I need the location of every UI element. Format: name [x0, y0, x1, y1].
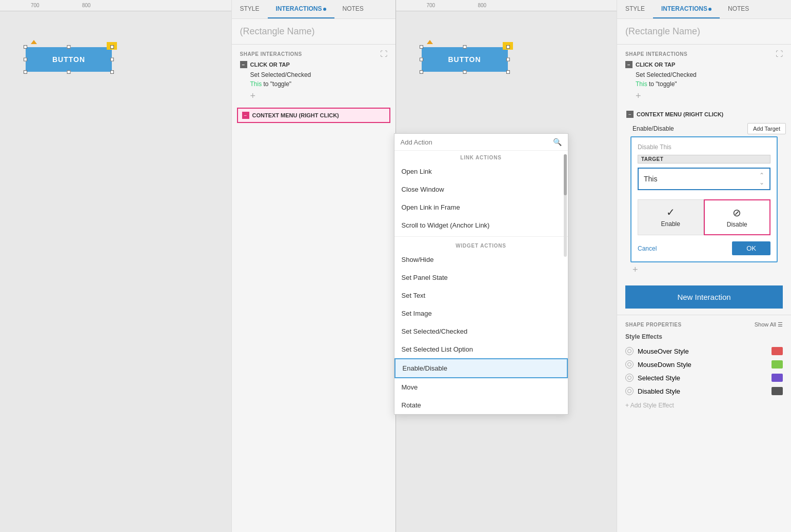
selected-label: Selected Style [638, 374, 680, 382]
button-label-left[interactable]: BUTTON [26, 47, 112, 72]
button-widget-left[interactable]: ⚡ BUTTON [26, 47, 112, 72]
collapse-context-left[interactable]: − [242, 112, 249, 119]
handle-tm-right[interactable] [463, 45, 466, 49]
search-input[interactable] [401, 138, 553, 146]
tab-interactions-right[interactable]: INTERACTIONS [653, 0, 720, 18]
dropdown-show-hide[interactable]: Show/Hide [394, 251, 568, 269]
handle-br-left[interactable] [110, 70, 114, 74]
disable-label: Disable [727, 221, 747, 228]
handle-tl-left[interactable] [24, 45, 27, 49]
selected-style-left: Selected Style [625, 374, 680, 382]
handle-ml-right[interactable] [420, 58, 423, 62]
tab-interactions-left[interactable]: INTERACTIONS [268, 0, 334, 18]
disable-icon: ⊘ [733, 207, 741, 219]
scroll-thumb-dropdown[interactable] [564, 154, 567, 195]
dropdown-set-image[interactable]: Set Image [394, 304, 568, 322]
style-effects-label: Style Effects [625, 333, 783, 340]
context-menu-trigger-right: − CONTEXT MENU (RIGHT CLICK) [622, 108, 786, 121]
dropdown-scroll-widget[interactable]: Scroll to Widget (Anchor Link) [394, 216, 568, 234]
tab-style-right[interactable]: STYLE [617, 0, 653, 18]
tab-notes-right[interactable]: NOTES [720, 0, 757, 18]
this-link-right[interactable]: This [636, 80, 647, 88]
disabled-circle-inner [627, 389, 631, 393]
handle-tm-left[interactable] [67, 45, 71, 49]
enable-disable-buttons: ✓ Enable ⊘ Disable [638, 199, 770, 235]
enable-disable-label-right: Enable/Disable [632, 125, 674, 132]
dropdown-set-selected[interactable]: Set Selected/Checked [394, 322, 568, 340]
ok-button[interactable]: OK [732, 241, 770, 255]
show-all-link[interactable]: Show All ☰ [755, 321, 783, 328]
expand-icon-left[interactable]: ⛶ [380, 50, 387, 58]
handle-bm-left[interactable] [67, 70, 71, 74]
button-label-right[interactable]: BUTTON [422, 47, 508, 72]
add-action-plus-left[interactable]: + [240, 89, 387, 104]
panel-scroll-right[interactable]: − CLICK OR TAP Set Selected/Checked This… [617, 61, 791, 532]
mousedown-color-swatch[interactable] [772, 360, 783, 369]
add-target-button[interactable]: Add Target [747, 123, 786, 134]
mouseover-style-left: MouseOver Style [625, 347, 689, 355]
handle-tr-right[interactable] [506, 45, 510, 49]
handle-tl-right[interactable] [420, 45, 423, 49]
this-link-left[interactable]: This [250, 80, 262, 88]
enable-icon: ✓ [666, 206, 675, 218]
enable-button[interactable]: ✓ Enable [638, 199, 704, 235]
show-all-text: Show All [755, 321, 776, 328]
selected-color-swatch[interactable] [772, 374, 783, 382]
tab-notes-left[interactable]: NOTES [334, 0, 372, 18]
scrollbar-dropdown[interactable] [564, 154, 567, 257]
handle-mr-right[interactable] [506, 58, 510, 62]
collapse-click-right[interactable]: − [625, 61, 632, 68]
tab-style-left[interactable]: STYLE [232, 0, 268, 18]
mouseover-color-swatch[interactable] [772, 347, 783, 355]
handle-mr-left[interactable] [110, 58, 114, 62]
action-this-toggle-right: This to "toggle" [625, 79, 783, 89]
add-action-plus-right2[interactable]: + [622, 262, 786, 277]
dropdown-close-window[interactable]: Close Window [394, 180, 568, 198]
cancel-button[interactable]: Cancel [638, 245, 657, 252]
dropdown-enable-disable[interactable]: Enable/Disable [394, 358, 568, 378]
disabled-color-swatch[interactable] [772, 387, 783, 395]
selected-style-row: Selected Style [625, 371, 783, 384]
section-label-left: SHAPE INTERACTIONS [240, 51, 302, 57]
dropdown-open-link-frame[interactable]: Open Link in Frame [394, 198, 568, 216]
selected-circle-inner [627, 376, 631, 380]
button-widget-right[interactable]: ⚡ BUTTON [422, 47, 508, 72]
enable-disable-row-right: Enable/Disable Add Target [622, 121, 786, 136]
props-label: SHAPE PROPERTIES [625, 322, 682, 328]
mouseover-circle-inner [627, 349, 631, 353]
add-action-plus-right[interactable]: + [625, 89, 783, 104]
link-actions-label: LINK ACTIONS [394, 151, 568, 162]
collapse-click-left[interactable]: − [240, 61, 247, 68]
dropdown-open-link[interactable]: Open Link [394, 162, 568, 180]
action-card-right: Disable This TARGET This ⌃⌄ [630, 136, 778, 262]
dropdown-rotate[interactable]: Rotate [394, 396, 568, 414]
dropdown-set-list-option[interactable]: Set Selected List Option [394, 340, 568, 358]
disable-button[interactable]: ⊘ Disable [704, 199, 771, 235]
dropdown-move[interactable]: Move [394, 378, 568, 396]
context-menu-label-right: CONTEXT MENU (RIGHT CLICK) [637, 111, 723, 117]
click-tap-trigger-right: − CLICK OR TAP [625, 61, 783, 68]
handle-bl-left[interactable] [24, 70, 27, 74]
ruler-left: 700 800 [0, 0, 231, 11]
handle-br-right[interactable] [506, 70, 510, 74]
mousedown-style-row: MouseDown Style [625, 358, 783, 371]
click-tap-label-left: CLICK OR TAP [250, 62, 290, 68]
handle-ml-left[interactable] [24, 58, 27, 62]
new-interaction-button[interactable]: New Interaction [625, 285, 783, 309]
dropdown-search-bar[interactable]: 🔍 [394, 134, 568, 151]
click-tap-group-right: − CLICK OR TAP Set Selected/Checked This… [617, 61, 791, 108]
dropdown-divider [394, 236, 568, 237]
collapse-context-right[interactable]: − [626, 111, 634, 118]
handle-bl-right[interactable] [420, 70, 423, 74]
dropdown-set-panel-state[interactable]: Set Panel State [394, 269, 568, 287]
dropdown-arrows: ⌃⌄ [759, 172, 764, 186]
add-style-row[interactable]: + Add Style Effect [625, 398, 783, 413]
dropdown-set-text[interactable]: Set Text [394, 287, 568, 304]
handle-tr-left[interactable] [110, 45, 114, 49]
action-dropdown: 🔍 LINK ACTIONS Open Link Close Window Op… [394, 133, 568, 415]
disabled-style-row: Disabled Style [625, 384, 783, 398]
handle-bm-right[interactable] [463, 70, 466, 74]
target-dropdown[interactable]: This ⌃⌄ [638, 168, 770, 190]
expand-icon-right[interactable]: ⛶ [776, 50, 783, 58]
ruler-mark-800-right: 800 [478, 3, 487, 8]
